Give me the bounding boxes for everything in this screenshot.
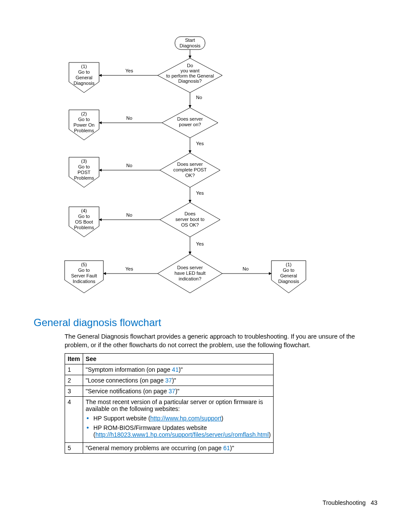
o3-l3: Problems	[74, 175, 94, 180]
cell-item: 5	[65, 443, 83, 454]
table-row: 3 "Service notifications (on page 37)"	[65, 386, 274, 397]
list-item: HP Support website (http://www.hp.com/su…	[86, 415, 271, 422]
cell-see: "Service notifications (on page 37)"	[83, 386, 274, 397]
reference-table: Item See 1 "Symptom information (on page…	[65, 353, 274, 454]
text: )	[269, 431, 271, 438]
o1-l2: General	[75, 75, 92, 80]
o6-l3: Diagnosis	[278, 279, 299, 284]
table-row: 1 "Symptom information (on page 41)"	[65, 364, 274, 375]
text: )"	[172, 377, 176, 384]
o6-n: (1)	[286, 262, 291, 267]
label-no: No	[126, 115, 132, 121]
page-link[interactable]: 37	[168, 388, 175, 395]
o3-n: (3)	[81, 159, 87, 164]
label-yes: Yes	[125, 68, 133, 73]
hyperlink[interactable]: http://www.hp.com/support	[150, 415, 221, 422]
table-header-item: Item	[65, 354, 83, 364]
o2-n: (2)	[81, 111, 87, 116]
o5-l1: Go to	[78, 268, 90, 273]
d5-l3: indication?	[179, 276, 202, 281]
cell-item: 2	[65, 375, 83, 386]
text: "Symptom information (on page	[86, 366, 172, 373]
d4-l3: OS OK?	[181, 222, 199, 227]
table-header-row: Item See	[65, 354, 274, 364]
flowchart-diagram: Start Diagnosis Do you want to perform t…	[52, 34, 327, 306]
o1-l1: Go to	[78, 69, 90, 75]
label-yes: Yes	[196, 190, 204, 196]
o4-l3: Problems	[74, 225, 94, 230]
o2-l3: Problems	[74, 128, 94, 133]
d5-l1: Does server	[177, 265, 203, 270]
o4-l2: OS Boot	[75, 219, 93, 224]
label-yes: Yes	[196, 141, 204, 146]
table-row: 5 "General memory problems are occurring…	[65, 443, 274, 454]
text: HP Support website (	[93, 415, 150, 422]
cell-see: "General memory problems are occurring (…	[83, 443, 274, 454]
start-text-1: Start	[185, 37, 195, 43]
cell-see: "Loose connections (on page 37)"	[83, 375, 274, 386]
o6-l1: Go to	[283, 268, 295, 273]
page-link[interactable]: 61	[223, 445, 230, 451]
text: )	[221, 415, 224, 422]
table-row: 4 The most recent version of a particula…	[65, 397, 274, 443]
d1-l2: you want	[181, 68, 199, 73]
label-no: No	[126, 212, 132, 218]
d3-l1: Does server	[177, 162, 203, 167]
page-link[interactable]: 37	[165, 377, 172, 384]
d2-l1: Does server	[177, 116, 203, 121]
hyperlink[interactable]: http://h18023.www1.hp.com/support/files/…	[95, 431, 268, 438]
label-no: No	[196, 95, 202, 100]
o5-n: (5)	[81, 262, 87, 267]
d5-l2: have LED fault	[174, 271, 206, 276]
d1-l3: to perform the General	[166, 73, 214, 78]
cell-item: 4	[65, 397, 83, 443]
page-link[interactable]: 41	[172, 366, 179, 373]
o2-l1: Go to	[78, 117, 90, 122]
o4-l1: Go to	[78, 214, 90, 219]
table-row: 2 "Loose connections (on page 37)"	[65, 375, 274, 386]
page-container: Start Diagnosis Do you want to perform t…	[0, 0, 411, 532]
text: )"	[179, 366, 183, 373]
o2-l2: Power On	[74, 122, 95, 128]
label-no: No	[243, 266, 249, 271]
d3-l3: OK?	[185, 173, 195, 178]
intro-paragraph: The General Diagnosis flowchart provides…	[65, 333, 379, 349]
d3-l2: complete POST	[173, 167, 207, 172]
text: The most recent version of a particular …	[86, 398, 263, 412]
o5-l3: Indications	[73, 279, 96, 284]
footer-section: Troubleshooting	[323, 499, 366, 506]
cell-item: 3	[65, 386, 83, 397]
list-item: HP ROM-BIOS/Firmware Updates website (ht…	[86, 424, 271, 438]
text: "Service notifications (on page	[86, 388, 169, 395]
o1-n: (1)	[81, 64, 87, 69]
cell-see: "Symptom information (on page 41)"	[83, 364, 274, 375]
o5-l2: Server Fault	[71, 273, 97, 278]
bullet-list: HP Support website (http://www.hp.com/su…	[86, 415, 271, 438]
cell-item: 1	[65, 364, 83, 375]
text: )"	[230, 445, 234, 451]
label-no: No	[126, 163, 132, 168]
d1-l1: Do	[187, 63, 193, 68]
o4-n: (4)	[81, 208, 87, 213]
d1-l4: Diagnosis?	[178, 78, 202, 84]
o3-l2: POST	[78, 170, 90, 175]
label-yes: Yes	[125, 266, 133, 271]
d2-l2: power on?	[179, 122, 201, 127]
cell-see: The most recent version of a particular …	[83, 397, 274, 443]
start-text-2: Diagnosis	[180, 43, 201, 48]
o3-l1: Go to	[78, 164, 90, 169]
section-heading: General diagnosis flowchart	[34, 317, 161, 329]
text: "General memory problems are occurring (…	[86, 445, 223, 451]
text: "Loose connections (on page	[86, 377, 165, 384]
table-header-see: See	[83, 354, 274, 364]
o1-l3: Diagnosis	[74, 81, 95, 86]
label-yes: Yes	[196, 241, 204, 246]
footer-page-number: 43	[371, 499, 377, 506]
d4-l1: Does	[184, 211, 196, 216]
o6-l2: General	[280, 273, 297, 278]
d4-l2: server boot to	[175, 217, 204, 222]
text: )"	[175, 388, 180, 395]
page-footer: Troubleshooting 43	[323, 499, 377, 506]
